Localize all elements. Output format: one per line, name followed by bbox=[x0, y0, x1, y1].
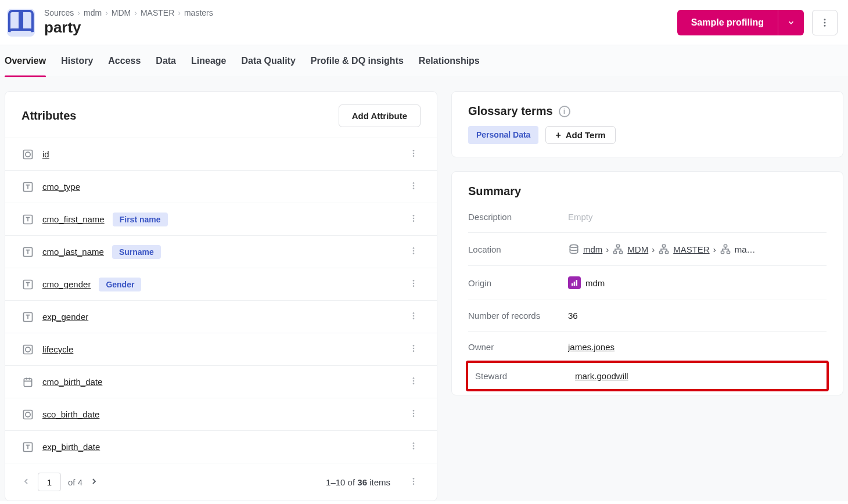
row-more-button[interactable] bbox=[407, 374, 421, 390]
sample-profiling-button[interactable]: Sample profiling bbox=[677, 10, 778, 35]
location-crumb[interactable]: MASTER bbox=[673, 244, 710, 254]
origin-value: mdm bbox=[585, 278, 605, 288]
add-attribute-button[interactable]: Add Attribute bbox=[339, 105, 421, 127]
row-more-button[interactable] bbox=[407, 406, 421, 422]
svg-point-46 bbox=[413, 478, 415, 480]
svg-point-27 bbox=[413, 318, 415, 319]
svg-point-17 bbox=[413, 247, 415, 249]
summary-row-owner: Owner james.jones bbox=[468, 332, 827, 363]
attribute-name[interactable]: exp_gender bbox=[42, 312, 88, 322]
svg-point-25 bbox=[413, 312, 415, 314]
location-crumb[interactable]: ma… bbox=[735, 244, 756, 254]
attribute-name[interactable]: sco_birth_date bbox=[42, 409, 99, 419]
page-input[interactable] bbox=[38, 473, 61, 491]
add-term-button[interactable]: + Add Term bbox=[545, 126, 615, 144]
summary-row-records: Number of records 36 bbox=[468, 300, 827, 332]
row-more-button[interactable] bbox=[407, 341, 421, 357]
info-icon[interactable]: i bbox=[559, 106, 570, 117]
breadcrumb-item[interactable]: masters bbox=[184, 8, 213, 17]
breadcrumb-item[interactable]: Sources bbox=[44, 8, 74, 17]
header: Sources› mdm› MDM› MASTER› masters party… bbox=[0, 0, 848, 45]
svg-point-4 bbox=[26, 152, 30, 156]
steward-link[interactable]: mark.goodwill bbox=[575, 371, 628, 381]
svg-point-11 bbox=[413, 188, 415, 189]
attribute-tag[interactable]: Surname bbox=[112, 245, 161, 259]
row-more-button[interactable] bbox=[407, 211, 421, 227]
breadcrumb-item[interactable]: mdm bbox=[84, 8, 102, 17]
type-icon bbox=[21, 278, 34, 291]
breadcrumb-item[interactable]: MASTER bbox=[141, 8, 174, 17]
tab-relationships[interactable]: Relationships bbox=[419, 45, 480, 77]
summary-row-description: Description Empty bbox=[468, 201, 827, 233]
hierarchy-icon bbox=[720, 243, 731, 255]
attribute-name[interactable]: exp_birth_date bbox=[42, 442, 100, 452]
page-title: party bbox=[44, 19, 668, 37]
attribute-name[interactable]: id bbox=[42, 149, 49, 159]
page-prev-button[interactable] bbox=[21, 477, 31, 488]
svg-point-2 bbox=[824, 24, 826, 26]
attribute-row[interactable]: id bbox=[5, 138, 437, 170]
tab-access[interactable]: Access bbox=[108, 45, 141, 77]
attribute-row[interactable]: cmo_type bbox=[5, 170, 437, 203]
attribute-row[interactable]: lifecycle bbox=[5, 333, 437, 365]
attribute-name[interactable]: cmo_first_name bbox=[42, 214, 105, 224]
attribute-row[interactable]: exp_gender bbox=[5, 300, 437, 333]
attribute-tag[interactable]: Gender bbox=[99, 278, 141, 291]
breadcrumb-item[interactable]: MDM bbox=[112, 8, 131, 17]
row-more-button[interactable] bbox=[407, 439, 421, 455]
attribute-row[interactable]: sco_birth_date bbox=[5, 398, 437, 430]
svg-rect-55 bbox=[666, 251, 669, 253]
chevron-right-icon: › bbox=[77, 8, 80, 17]
type-icon bbox=[21, 441, 34, 453]
attribute-row[interactable]: exp_birth_date bbox=[5, 430, 437, 463]
sample-profiling-dropdown[interactable] bbox=[778, 10, 804, 35]
svg-rect-51 bbox=[614, 251, 617, 253]
attribute-name[interactable]: cmo_gender bbox=[42, 279, 91, 289]
svg-point-26 bbox=[413, 315, 415, 317]
hierarchy-icon bbox=[658, 243, 670, 255]
svg-point-7 bbox=[413, 155, 415, 157]
attribute-row[interactable]: cmo_last_nameSurname bbox=[5, 235, 437, 268]
svg-point-36 bbox=[413, 383, 415, 384]
svg-point-39 bbox=[413, 410, 415, 412]
attribute-row[interactable]: cmo_first_nameFirst name bbox=[5, 203, 437, 235]
attribute-name[interactable]: cmo_last_name bbox=[42, 247, 104, 257]
chevron-right-icon: › bbox=[652, 244, 655, 254]
chevron-right-icon: › bbox=[105, 8, 108, 17]
svg-point-1 bbox=[824, 21, 826, 23]
more-actions-button[interactable] bbox=[812, 10, 838, 35]
row-more-button[interactable] bbox=[407, 146, 421, 162]
attribute-tag[interactable]: First name bbox=[113, 213, 168, 226]
svg-rect-52 bbox=[620, 251, 623, 253]
tab-data-quality[interactable]: Data Quality bbox=[241, 45, 295, 77]
location-crumb[interactable]: mdm bbox=[583, 244, 602, 254]
page-next-button[interactable] bbox=[89, 477, 99, 488]
row-more-button[interactable] bbox=[407, 276, 421, 292]
footer-more-button[interactable] bbox=[407, 474, 421, 490]
attribute-name[interactable]: cmo_birth_date bbox=[42, 377, 102, 387]
tab-lineage[interactable]: Lineage bbox=[191, 45, 226, 77]
owner-link[interactable]: james.jones bbox=[568, 342, 615, 352]
tab-history[interactable]: History bbox=[61, 45, 93, 77]
attribute-row[interactable]: cmo_genderGender bbox=[5, 268, 437, 300]
svg-point-49 bbox=[570, 245, 577, 248]
svg-point-5 bbox=[413, 150, 415, 152]
attribute-row[interactable]: cmo_birth_date bbox=[5, 365, 437, 398]
summary-panel: Summary Description Empty Location mdm › bbox=[451, 171, 843, 395]
chevron-down-icon bbox=[787, 19, 795, 27]
type-icon bbox=[21, 376, 34, 388]
attribute-name[interactable]: cmo_type bbox=[42, 182, 80, 192]
glossary-term-tag[interactable]: Personal Data bbox=[468, 126, 538, 144]
row-more-button[interactable] bbox=[407, 179, 421, 195]
type-icon bbox=[21, 246, 34, 258]
row-more-button[interactable] bbox=[407, 244, 421, 260]
summary-row-steward: Steward mark.goodwill bbox=[468, 363, 827, 389]
tab-data[interactable]: Data bbox=[156, 45, 176, 77]
tab-overview[interactable]: Overview bbox=[5, 45, 46, 77]
svg-point-18 bbox=[413, 250, 415, 252]
glossary-title: Glossary terms i bbox=[468, 105, 570, 118]
row-more-button[interactable] bbox=[407, 309, 421, 325]
tab-profile-dq[interactable]: Profile & DQ insights bbox=[311, 45, 404, 77]
location-crumb[interactable]: MDM bbox=[627, 244, 648, 254]
attribute-name[interactable]: lifecycle bbox=[42, 344, 73, 354]
